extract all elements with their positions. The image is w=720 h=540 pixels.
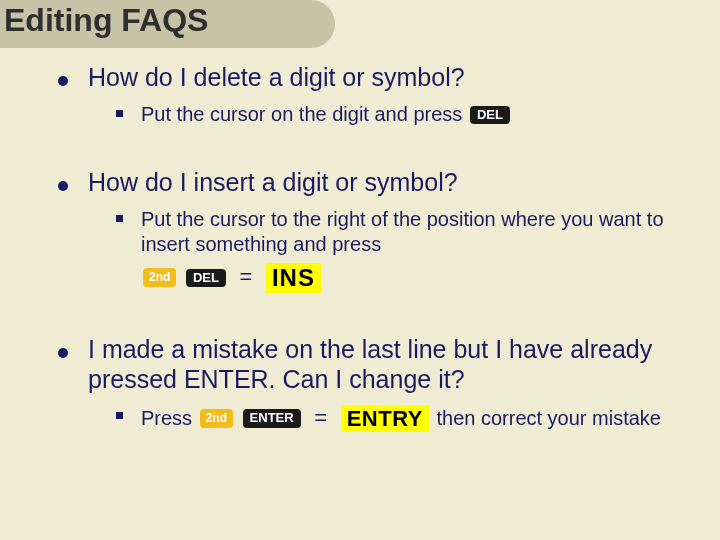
- faq-answer: Press 2nd ENTER = ENTRY then correct you…: [116, 404, 690, 433]
- answer-text: then correct your mistake: [436, 407, 661, 429]
- answer-text: Put the cursor on the digit and press: [141, 103, 462, 125]
- faq-question: How do I insert a digit or symbol?: [88, 167, 458, 197]
- slide-body: How do I delete a digit or symbol? Put t…: [58, 62, 690, 439]
- entry-label: ENTRY: [341, 405, 429, 433]
- bullet-icon: [58, 181, 68, 191]
- ins-label: INS: [266, 263, 321, 293]
- bullet-icon: [116, 412, 123, 419]
- bullet-icon: [116, 110, 123, 117]
- faq-item: How do I delete a digit or symbol? Put t…: [58, 62, 690, 127]
- title-bar: Editing FAQS: [0, 0, 720, 56]
- del-key-icon: DEL: [186, 269, 226, 287]
- equals-sign: =: [239, 264, 252, 289]
- bullet-icon: [116, 215, 123, 222]
- enter-key-icon: ENTER: [243, 409, 301, 427]
- faq-item: I made a mistake on the last line but I …: [58, 334, 690, 433]
- slide: Editing FAQS How do I delete a digit or …: [0, 0, 720, 540]
- faq-question: How do I delete a digit or symbol?: [88, 62, 465, 92]
- faq-answer: Put the cursor on the digit and press DE…: [116, 102, 690, 127]
- faq-item: How do I insert a digit or symbol? Put t…: [58, 167, 690, 294]
- bullet-icon: [58, 348, 68, 358]
- answer-text: Press: [141, 407, 192, 429]
- second-key-icon: 2nd: [200, 409, 233, 428]
- slide-title: Editing FAQS: [4, 2, 208, 39]
- del-key-icon: DEL: [470, 106, 510, 124]
- faq-answer: Put the cursor to the right of the posit…: [116, 207, 690, 294]
- answer-text: Put the cursor to the right of the posit…: [141, 208, 664, 255]
- bullet-icon: [58, 76, 68, 86]
- second-key-icon: 2nd: [143, 268, 176, 287]
- equals-sign: =: [314, 405, 327, 430]
- faq-question: I made a mistake on the last line but I …: [88, 334, 690, 394]
